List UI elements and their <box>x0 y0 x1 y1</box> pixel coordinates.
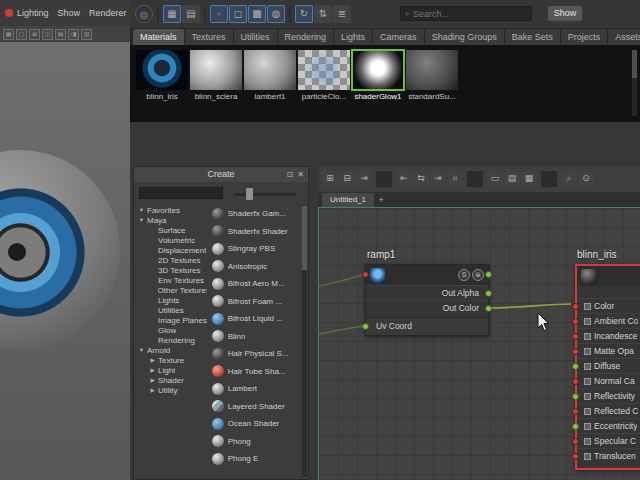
expand-arrow-icon[interactable]: ▶ <box>149 377 156 383</box>
expand-arrow-icon[interactable]: ▼ <box>138 217 145 223</box>
shader-list-item[interactable]: Hair Tube Sha... <box>209 363 299 381</box>
ramp-input-port[interactable] <box>362 271 369 278</box>
blinn-attribute-row[interactable]: Incandesce <box>577 328 640 343</box>
outliner-pane-icon[interactable]: ▤ <box>55 29 66 40</box>
output-connections-icon[interactable]: ⇥ <box>430 171 446 187</box>
expand-arrow-icon[interactable]: ▶ <box>149 357 156 363</box>
expand-arrow-icon[interactable]: ▼ <box>138 207 145 213</box>
shader-list-item[interactable]: Layered Shader <box>209 398 299 416</box>
tab-projects[interactable]: Projects <box>561 29 608 45</box>
show-menu[interactable]: Show <box>58 8 81 18</box>
blinn-attribute-row[interactable]: Diffuse <box>577 358 640 373</box>
blinn-attribute-row[interactable]: Translucen <box>577 448 640 463</box>
simple-mode-icon[interactable]: ▭ <box>487 171 503 187</box>
ramp-output-port[interactable] <box>485 271 492 278</box>
close-icon[interactable]: ✕ <box>297 167 304 182</box>
shader-list-item[interactable]: Shaderfx Shader <box>209 223 299 241</box>
tab-lights[interactable]: Lights <box>334 29 372 45</box>
expand-arrow-icon[interactable]: ▶ <box>149 367 156 373</box>
add-selected-icon[interactable]: ⊞ <box>322 171 338 187</box>
ramp-output-row[interactable]: Out Alpha <box>366 285 488 300</box>
filter-menu-icon[interactable]: ≣ <box>333 5 351 23</box>
node-graph-canvas[interactable]: ramp1 blinn_iris S≣ Out Alpha <box>318 207 640 480</box>
rearrange-graph-icon[interactable]: ⌗ <box>447 171 463 187</box>
expand-arrow-icon[interactable]: ▼ <box>138 347 145 353</box>
input-port[interactable] <box>572 423 579 430</box>
create-tree-item[interactable]: Surface <box>136 225 207 235</box>
tab-textures[interactable]: Textures <box>185 29 233 45</box>
tab-cameras[interactable]: Cameras <box>373 29 424 45</box>
icon-size-slider-handle[interactable] <box>246 188 253 200</box>
frame-selection-icon[interactable]: ⌕ <box>561 171 577 187</box>
input-port[interactable] <box>572 378 579 385</box>
tab-utilities[interactable]: Utilities <box>234 29 277 45</box>
create-tree-item[interactable]: Env Textures <box>136 275 207 285</box>
blinn-attribute-row[interactable]: Reflected C <box>577 403 640 418</box>
swatch-shader-glow[interactable]: shaderGlow1 <box>352 50 404 122</box>
viewport-canvas[interactable] <box>0 42 130 480</box>
create-filter-input[interactable] <box>139 187 223 199</box>
four-pane-icon[interactable]: ⊞ <box>29 29 40 40</box>
shader-list-item[interactable]: Hair Physical S... <box>209 345 299 363</box>
create-tree-item[interactable]: Image Planes <box>136 315 207 325</box>
shader-list-item[interactable]: Ocean Shader <box>209 415 299 433</box>
graph-connections-icon[interactable]: ⇥ <box>356 171 372 187</box>
expand-arrow-icon[interactable]: ▶ <box>149 387 156 393</box>
ramp-output-row[interactable]: Out Color <box>366 300 488 315</box>
create-tree-item[interactable]: Lights <box>136 295 207 305</box>
blinn-node-header[interactable] <box>577 266 640 286</box>
swatch-particle-cloud[interactable]: particleClo... <box>298 50 350 122</box>
create-tree-item[interactable]: ▶ Utility <box>136 385 207 395</box>
swatch-blinn-sclera[interactable]: blinn_sclera <box>190 50 242 122</box>
create-tree-item[interactable]: Other Textures <box>136 285 207 295</box>
icon-size-slider[interactable] <box>234 193 296 196</box>
single-pane-icon[interactable]: ▢ <box>16 29 27 40</box>
blinn-attribute-row[interactable]: Eccentricity <box>577 418 640 433</box>
input-port[interactable] <box>572 438 579 445</box>
blinn-iris-node[interactable]: Color Ambient Co Incandesce <box>575 264 640 470</box>
shader-list-item[interactable]: Shaderfx Gam... <box>209 205 299 223</box>
pin-node-icon[interactable]: ⊙ <box>578 171 594 187</box>
input-port[interactable] <box>572 318 579 325</box>
node-menu-badge[interactable]: ≣ <box>472 269 484 281</box>
tab-shading-groups[interactable]: Shading Groups <box>425 29 504 45</box>
swatch-lambert1[interactable]: lambert1 <box>244 50 296 122</box>
create-list-scrollbar[interactable] <box>302 205 307 477</box>
medium-swatch-icon[interactable]: ◻ <box>229 5 247 23</box>
output-port[interactable] <box>485 305 492 312</box>
create-tree-item[interactable]: Displacement <box>136 245 207 255</box>
menu-grid-icon[interactable]: ▦ <box>3 29 14 40</box>
create-tree-item[interactable]: ▶ Shader <box>136 375 207 385</box>
split-pane-icon[interactable]: ◨ <box>68 29 79 40</box>
shader-list-item[interactable]: Lambert <box>209 380 299 398</box>
create-tree-item[interactable]: 3D Textures <box>136 265 207 275</box>
separator[interactable] <box>541 171 557 187</box>
shader-list-item[interactable]: Anisotropic <box>209 258 299 276</box>
input-port[interactable] <box>572 363 579 370</box>
render-swatch-icon[interactable]: ◍ <box>267 5 285 23</box>
tab-materials[interactable]: Materials <box>133 29 184 45</box>
input-port[interactable] <box>572 303 579 310</box>
show-filter-button[interactable]: Show <box>548 6 582 21</box>
all-connections-icon[interactable]: ⇆ <box>413 171 429 187</box>
viewport-3d-panel[interactable]: LightingShowRenderer ▦▢⊞◫▤◨▥ <box>0 0 130 480</box>
create-tree-item[interactable]: ▶ Texture <box>136 355 207 365</box>
create-tree-item[interactable]: Utilities <box>136 305 207 315</box>
create-tree-item[interactable]: 2D Textures <box>136 255 207 265</box>
full-mode-icon[interactable]: ▦ <box>521 171 537 187</box>
scrollbar-handle[interactable] <box>632 50 637 78</box>
lighting-menu[interactable]: Lighting <box>17 8 49 18</box>
shader-list-item[interactable]: Phong <box>209 433 299 451</box>
create-tree-item[interactable]: Glow <box>136 325 207 335</box>
input-port[interactable] <box>572 333 579 340</box>
separator[interactable] <box>376 171 392 187</box>
thumbnail-view-icon[interactable]: ▦ <box>163 5 181 23</box>
checker-background-icon[interactable]: ▩ <box>248 5 266 23</box>
shader-list-item[interactable]: Phong E <box>209 450 299 468</box>
shader-list-item[interactable]: Stingray PBS <box>209 240 299 258</box>
blinn-attribute-row[interactable]: Normal Ca <box>577 373 640 388</box>
ramp-node-header[interactable]: S≣ <box>366 265 488 285</box>
input-port[interactable] <box>572 408 579 415</box>
shader-list-item[interactable]: Blinn <box>209 328 299 346</box>
swatch-scrollbar[interactable] <box>632 50 637 116</box>
